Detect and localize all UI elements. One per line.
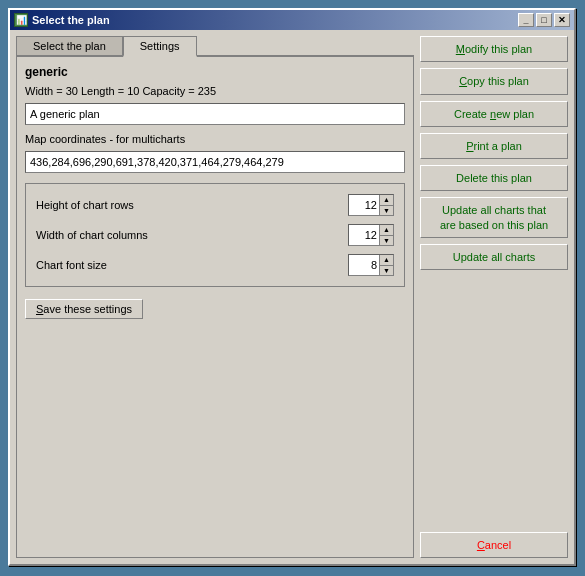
tab-bar: Select the plan Settings bbox=[16, 36, 414, 57]
left-panel: Select the plan Settings generic Width =… bbox=[16, 36, 414, 558]
width-up-button[interactable]: ▲ bbox=[380, 225, 393, 236]
print-plan-button[interactable]: Print a plan bbox=[420, 133, 568, 159]
font-spinner: ▲ ▼ bbox=[348, 254, 394, 276]
width-spinner-buttons: ▲ ▼ bbox=[379, 225, 393, 245]
width-label: Width of chart columns bbox=[36, 229, 342, 241]
maximize-button[interactable]: □ bbox=[536, 13, 552, 27]
minimize-button[interactable]: _ bbox=[518, 13, 534, 27]
height-up-button[interactable]: ▲ bbox=[380, 195, 393, 206]
font-down-button[interactable]: ▼ bbox=[380, 266, 393, 276]
window-icon: 📊 bbox=[14, 13, 28, 27]
plan-name: generic bbox=[25, 65, 405, 79]
tab-settings[interactable]: Settings bbox=[123, 36, 197, 57]
create-plan-button[interactable]: Create new plan bbox=[420, 101, 568, 127]
plan-description-input[interactable] bbox=[25, 103, 405, 125]
font-row: Chart font size ▲ ▼ bbox=[36, 254, 394, 276]
height-spinner-buttons: ▲ ▼ bbox=[379, 195, 393, 215]
right-panel: Modify this plan Copy this plan Create n… bbox=[420, 36, 568, 558]
update-all-charts-button[interactable]: Update all charts bbox=[420, 244, 568, 270]
map-coordinates-label: Map coordinates - for multicharts bbox=[25, 133, 405, 145]
cancel-button[interactable]: Cancel bbox=[420, 532, 568, 558]
height-row: Height of chart rows ▲ ▼ bbox=[36, 194, 394, 216]
font-label: Chart font size bbox=[36, 259, 342, 271]
width-down-button[interactable]: ▼ bbox=[380, 236, 393, 246]
chart-settings-box: Height of chart rows ▲ ▼ Width of chart … bbox=[25, 183, 405, 287]
width-row: Width of chart columns ▲ ▼ bbox=[36, 224, 394, 246]
window-content: Select the plan Settings generic Width =… bbox=[10, 30, 574, 564]
plan-info: Width = 30 Length = 10 Capacity = 235 bbox=[25, 85, 405, 97]
copy-plan-button[interactable]: Copy this plan bbox=[420, 68, 568, 94]
height-label: Height of chart rows bbox=[36, 199, 342, 211]
settings-panel: generic Width = 30 Length = 10 Capacity … bbox=[16, 57, 414, 558]
height-spinner: ▲ ▼ bbox=[348, 194, 394, 216]
font-spinner-buttons: ▲ ▼ bbox=[379, 255, 393, 275]
main-window: 📊 Select the plan _ □ ✕ Select the plan … bbox=[8, 8, 576, 566]
update-charts-based-button[interactable]: Update all charts thatare based on this … bbox=[420, 197, 568, 238]
title-bar-controls: _ □ ✕ bbox=[518, 13, 570, 27]
delete-plan-button[interactable]: Delete this plan bbox=[420, 165, 568, 191]
save-settings-button[interactable]: Save these settings bbox=[25, 299, 143, 319]
font-input[interactable] bbox=[349, 255, 379, 275]
close-button[interactable]: ✕ bbox=[554, 13, 570, 27]
width-input[interactable] bbox=[349, 225, 379, 245]
map-coordinates-input[interactable] bbox=[25, 151, 405, 173]
height-down-button[interactable]: ▼ bbox=[380, 206, 393, 216]
font-up-button[interactable]: ▲ bbox=[380, 255, 393, 266]
window-title: Select the plan bbox=[32, 14, 518, 26]
width-spinner: ▲ ▼ bbox=[348, 224, 394, 246]
height-input[interactable] bbox=[349, 195, 379, 215]
modify-plan-button[interactable]: Modify this plan bbox=[420, 36, 568, 62]
title-bar: 📊 Select the plan _ □ ✕ bbox=[10, 10, 574, 30]
tab-select-plan[interactable]: Select the plan bbox=[16, 36, 123, 55]
